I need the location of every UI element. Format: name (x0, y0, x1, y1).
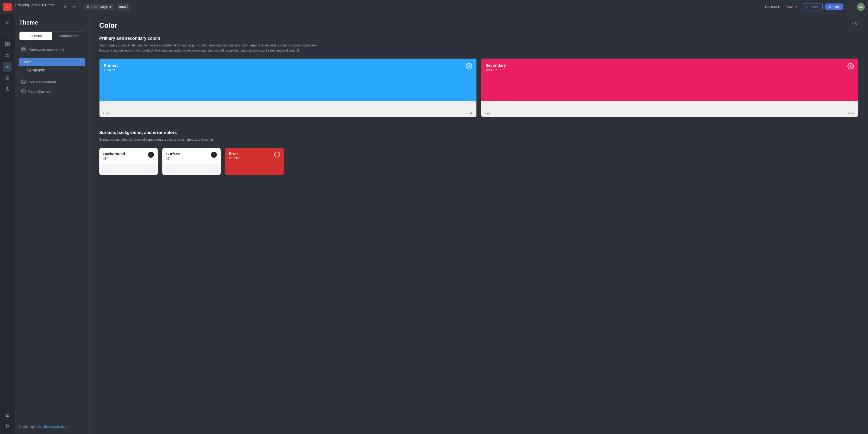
sidebar-item-color[interactable]: Color (19, 58, 85, 66)
svg-rect-7 (5, 45, 7, 46)
unsaved-indicator (796, 6, 797, 8)
help-link[interactable]: Visit 8base University (36, 425, 67, 429)
undo-redo-group: ↩ ↪ (61, 3, 79, 11)
sidebar-item-typography[interactable]: Typography (19, 66, 85, 74)
error-alert-icon: ! (274, 152, 280, 157)
viewport-selector[interactable]: 🖥 Extra large ▾ (84, 4, 115, 10)
svg-rect-20 (22, 48, 25, 51)
font-management-item[interactable]: Font Management (19, 78, 85, 86)
error-color-card[interactable]: Error #d32f2f ! (225, 148, 284, 175)
icon-btn-cloud[interactable] (3, 51, 12, 60)
redo-button[interactable]: ↪ (71, 3, 79, 11)
sidebar: Theme General Components Framework: Mate… (15, 14, 90, 434)
background-color-card[interactable]: Background #fff ✓ (99, 148, 158, 175)
secondary-card-hex: #f50057 (486, 68, 506, 72)
save-button[interactable]: Save (784, 3, 800, 10)
error-card-info: Error #d32f2f (229, 152, 240, 160)
svg-point-12 (7, 88, 8, 90)
sidebar-section-other: Font Management Media Queries (19, 78, 85, 95)
auto-value: auto (119, 5, 126, 9)
svg-rect-25 (22, 90, 25, 92)
icon-btn-scan[interactable] (3, 73, 12, 83)
error-card-name: Error (229, 152, 240, 156)
icon-btn-brackets[interactable] (3, 28, 12, 38)
surface-card-name: Surface (166, 152, 180, 156)
error-card-top: Error #d32f2f ! (225, 148, 284, 175)
surface-title: Surface, background, and error colors (99, 130, 859, 135)
primary-secondary-desc: Your primary color can be used to make a… (99, 43, 318, 53)
surface-desc: Surface colors affect surfaces of compon… (99, 137, 318, 142)
background-card-info: Background #fff (103, 152, 125, 161)
topbar-title: [ProServ] Jebel-FT: Home / (14, 3, 54, 11)
sidebar-help: Need help? Visit 8base University (19, 421, 85, 429)
svg-rect-10 (7, 77, 8, 79)
error-card-hex: #d32f2f (229, 156, 240, 160)
icon-btn-database[interactable] (3, 410, 12, 419)
surface-color-card[interactable]: Surface #fff ✓ (162, 148, 221, 175)
chevron-down-icon: ▾ (110, 5, 112, 9)
font-management-label: Font Management (28, 80, 56, 84)
topbar-right: Backup ▾ Save Preview Deploy ? SS (763, 3, 865, 11)
background-check-icon: ✓ (148, 152, 154, 158)
secondary-card-info: Secondary #f50057 (486, 63, 506, 72)
main-area: fx (0, 14, 868, 434)
media-queries-label: Media Queries (28, 89, 51, 93)
background-card-bottom (99, 164, 158, 175)
svg-point-11 (6, 88, 9, 91)
secondary-check-icon: ✓ (847, 63, 854, 69)
icon-btn-brain[interactable] (3, 84, 12, 94)
tab-general[interactable]: General (20, 32, 52, 40)
secondary-card-bottom: Light Dark (481, 101, 858, 117)
secondary-card-name: Secondary (486, 63, 506, 67)
surface-card-top: Surface #fff ✓ (162, 148, 221, 164)
svg-rect-6 (7, 42, 9, 44)
content-area: Color </> Primary and secondary colors Y… (90, 14, 868, 434)
icon-btn-grid[interactable] (3, 39, 12, 49)
primary-light-label: Light (103, 112, 110, 115)
icon-btn-page[interactable] (3, 17, 12, 27)
surface-card-info: Surface #fff (166, 152, 180, 161)
code-toggle-button[interactable]: </> (852, 21, 859, 26)
primary-card-hex: #09a7fa (104, 68, 119, 72)
surface-cards-group: Background #fff ✓ Surface #fff ✓ (99, 148, 859, 175)
svg-rect-9 (6, 76, 9, 80)
primary-card-info: Primary #09a7fa (104, 63, 119, 72)
monitor-icon: 🖥 (86, 5, 90, 9)
svg-point-13 (6, 413, 9, 414)
secondary-dark-label: Dark (848, 112, 855, 115)
auto-input[interactable]: auto ▴ ▾ (117, 3, 130, 11)
primary-card-bottom: Light Dark (99, 101, 476, 117)
primary-check-icon: ✓ (466, 63, 472, 69)
sidebar-title: Theme (19, 19, 85, 26)
deploy-button[interactable]: Deploy (825, 3, 843, 10)
sidebar-nav-section: Color Typography (19, 58, 85, 74)
tab-group: General Components (19, 31, 85, 40)
content-title: Color (99, 21, 117, 30)
content-header: Color </> (99, 21, 859, 30)
undo-button[interactable]: ↩ (61, 3, 69, 11)
primary-color-card[interactable]: Primary #09a7fa ✓ Light Dark (99, 58, 477, 117)
framework-icon (21, 47, 26, 52)
svg-point-17 (6, 425, 7, 426)
background-card-name: Background (103, 152, 125, 156)
secondary-color-card[interactable]: Secondary #f50057 ✓ Light Dark (481, 58, 859, 117)
icon-btn-sliders[interactable] (3, 421, 12, 431)
chevron-down-icon: ▾ (778, 5, 780, 9)
primary-secondary-title: Primary and secondary colors (99, 36, 859, 41)
font-management-icon (21, 80, 26, 85)
framework-label: Framework: Material UI (28, 48, 64, 52)
section-divider (99, 123, 859, 124)
avatar[interactable]: SS (857, 3, 865, 11)
app-logo: 8 (3, 3, 12, 11)
svg-point-19 (6, 427, 7, 428)
svg-rect-5 (5, 42, 7, 44)
backup-button[interactable]: Backup ▾ (763, 3, 782, 10)
preview-button[interactable]: Preview (802, 3, 823, 10)
tab-components[interactable]: Components (52, 32, 85, 40)
media-queries-item[interactable]: Media Queries (19, 87, 85, 95)
color-label: Color (22, 60, 31, 64)
icon-btn-fx[interactable]: fx (3, 62, 12, 71)
help-button[interactable]: ? (846, 3, 854, 11)
backup-label: Backup (765, 5, 776, 9)
topbar: 8 [ProServ] Jebel-FT: Home / ↩ ↪ 🖥 Extra… (0, 0, 868, 14)
